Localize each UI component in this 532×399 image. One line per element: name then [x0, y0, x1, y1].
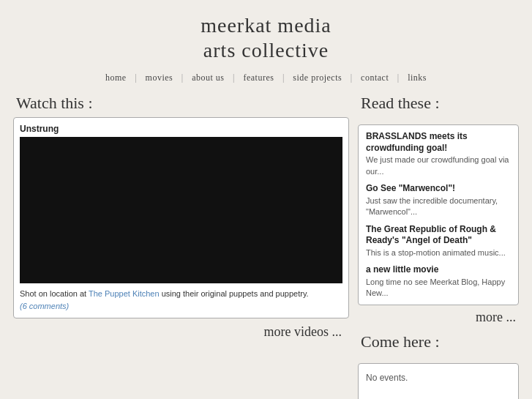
nav-sep: | — [133, 72, 138, 83]
nav-sep: | — [281, 72, 286, 83]
read-item-2-desc: Just saw the incredible documentary, "Ma… — [366, 195, 511, 218]
nav-side-projects[interactable]: side projects — [288, 72, 346, 83]
video-caption: Shot on location at The Puppet Kitchen u… — [20, 288, 342, 312]
logo-area: meerkat media arts collective — [0, 13, 532, 62]
nav-contact[interactable]: contact — [356, 72, 393, 83]
read-item-1: BRASSLANDS meets its crowdfunding goal! … — [366, 131, 511, 177]
nav-sep: | — [180, 72, 185, 83]
site-logo: meerkat media arts collective — [201, 13, 331, 62]
video-player[interactable] — [20, 137, 342, 283]
read-item-1-desc: We just made our crowdfunding goal via o… — [366, 154, 511, 177]
read-item-4-title: a new little movie — [366, 264, 511, 276]
watch-section-title: Watch this : — [13, 94, 349, 113]
read-item-3-desc: This is a stop-motion animated music... — [366, 247, 511, 258]
come-section-title: Come here : — [358, 332, 519, 351]
main-content: Watch this : Unstrung Shot on location a… — [0, 94, 532, 399]
right-column: Read these : BRASSLANDS meets its crowdf… — [358, 94, 519, 399]
come-box: No events. — [358, 363, 519, 399]
caption-end: using their original puppets and puppetr… — [160, 289, 309, 298]
read-box: BRASSLANDS meets its crowdfunding goal! … — [358, 124, 519, 305]
read-item-1-title: BRASSLANDS meets its crowdfunding goal! — [366, 131, 511, 154]
more-videos-link[interactable]: more videos ... — [264, 324, 342, 339]
nav-sep: | — [231, 72, 236, 83]
read-item-4: a new little movie Long time no see Meer… — [366, 264, 511, 299]
nav-links[interactable]: links — [403, 72, 431, 83]
caption-text: Shot on location at — [20, 289, 89, 298]
nav-features[interactable]: features — [239, 72, 278, 83]
nav-movies[interactable]: movies — [141, 72, 178, 83]
read-item-3: The Great Republic of Rough & Ready's "A… — [366, 224, 511, 259]
video-title: Unstrung — [20, 124, 342, 134]
nav-home[interactable]: home — [101, 72, 131, 83]
nav-about[interactable]: about us — [187, 72, 228, 83]
comments-link[interactable]: (6 comments) — [20, 302, 69, 310]
read-item-3-title: The Great Republic of Rough & Ready's "A… — [366, 224, 511, 247]
read-section-title: Read these : — [358, 94, 519, 113]
more-videos: more videos ... — [13, 324, 349, 340]
read-more: more ... — [358, 310, 519, 325]
top-nav: home | movies | about us | features | si… — [0, 68, 532, 91]
read-item-4-desc: Long time no see Meerkat Blog, Happy New… — [366, 277, 511, 299]
read-item-2: Go See "Marwencol"! Just saw the incredi… — [366, 183, 511, 217]
header: meerkat media arts collective — [0, 0, 532, 68]
left-column: Watch this : Unstrung Shot on location a… — [13, 94, 349, 399]
no-events-text: No events. — [366, 373, 511, 383]
nav-sep: | — [396, 72, 401, 83]
read-item-2-title: Go See "Marwencol"! — [366, 183, 511, 195]
puppet-kitchen-link[interactable]: The Puppet Kitchen — [89, 289, 160, 298]
nav-sep: | — [349, 72, 354, 83]
video-box: Unstrung Shot on location at The Puppet … — [13, 117, 349, 318]
read-more-link[interactable]: more ... — [476, 310, 516, 324]
